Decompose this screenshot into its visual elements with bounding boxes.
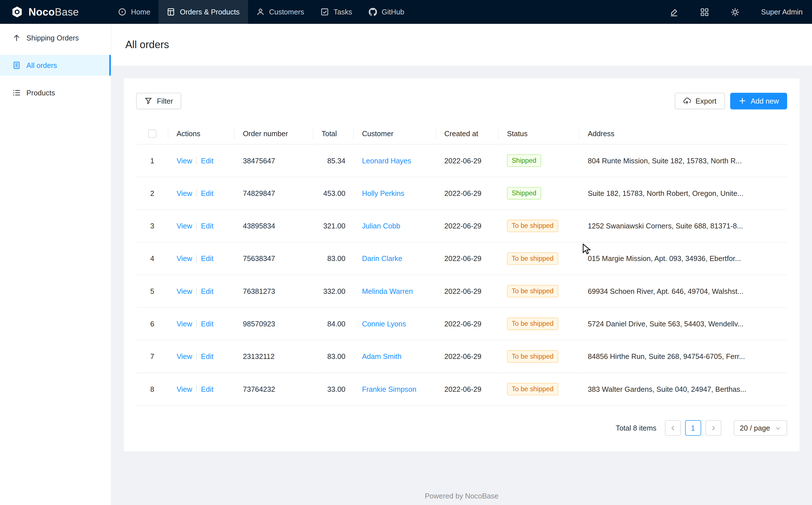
actions-cell: ViewEdit bbox=[168, 210, 235, 242]
topbar-actions: Super Admin bbox=[669, 8, 812, 16]
table-header-row: Actions Order number Total Customer Crea… bbox=[136, 123, 787, 145]
highlighter-icon[interactable] bbox=[669, 8, 678, 16]
edit-link[interactable]: Edit bbox=[201, 255, 213, 263]
select-all-checkbox[interactable] bbox=[148, 130, 156, 138]
view-link[interactable]: View bbox=[177, 255, 192, 263]
column-header-total: Total bbox=[313, 123, 354, 145]
status-tag: Shipped bbox=[507, 155, 541, 167]
sidebar-item-shipping-orders[interactable]: Shipping Orders bbox=[0, 27, 111, 48]
page-size-select[interactable]: 20 / page bbox=[734, 420, 787, 436]
orders-table: Actions Order number Total Customer Crea… bbox=[136, 123, 787, 406]
total-cell: 321.00 bbox=[313, 210, 354, 242]
order-number-cell: 74829847 bbox=[235, 177, 313, 210]
edit-link[interactable]: Edit bbox=[201, 189, 213, 198]
total-cell: 33.00 bbox=[313, 373, 354, 405]
nav-home[interactable]: Home bbox=[110, 0, 159, 24]
view-link[interactable]: View bbox=[177, 157, 192, 165]
nav-customers[interactable]: Customers bbox=[248, 0, 312, 24]
customer-cell: Leonard Hayes bbox=[354, 144, 436, 177]
total-cell: 84.00 bbox=[313, 308, 354, 340]
address-cell: 69934 Schoen River, Apt. 646, 49704, Wal… bbox=[579, 275, 787, 308]
app-viewport: NocoBase Home Orders & Products Customer… bbox=[0, 0, 812, 505]
created-at-cell: 2022-06-29 bbox=[436, 340, 499, 373]
row-index: 3 bbox=[136, 210, 168, 242]
order-number-cell: 73764232 bbox=[235, 373, 313, 405]
status-tag: To be shipped bbox=[507, 252, 558, 265]
customer-link[interactable]: Leonard Hayes bbox=[362, 157, 411, 165]
edit-link[interactable]: Edit bbox=[201, 385, 213, 393]
actions-cell: ViewEdit bbox=[168, 242, 235, 275]
total-cell: 83.00 bbox=[313, 340, 354, 373]
order-number-cell: 98570923 bbox=[235, 308, 313, 340]
edit-link[interactable]: Edit bbox=[201, 352, 213, 361]
nocobase-logo-icon bbox=[10, 6, 24, 18]
customer-link[interactable]: Holly Perkins bbox=[362, 189, 404, 198]
filter-button[interactable]: Filter bbox=[136, 93, 181, 110]
action-separator bbox=[196, 385, 197, 393]
created-at-cell: 2022-06-29 bbox=[436, 144, 499, 177]
export-button[interactable]: Export bbox=[675, 93, 725, 110]
edit-link[interactable]: Edit bbox=[201, 222, 213, 230]
action-separator bbox=[196, 157, 197, 164]
nav-label: Home bbox=[131, 8, 150, 16]
action-separator bbox=[196, 255, 197, 263]
edit-link[interactable]: Edit bbox=[201, 320, 213, 328]
table-toolbar: Filter Export Add new bbox=[136, 93, 787, 110]
powered-by-footer: Powered by NocoBase bbox=[123, 492, 800, 505]
created-at-cell: 2022-06-29 bbox=[436, 177, 499, 210]
row-index: 5 bbox=[136, 275, 168, 308]
created-at-cell: 2022-06-29 bbox=[436, 242, 499, 275]
customer-link[interactable]: Connie Lyons bbox=[362, 320, 406, 328]
nav-orders-products[interactable]: Orders & Products bbox=[159, 0, 248, 24]
status-cell: To be shipped bbox=[499, 275, 580, 308]
customer-cell: Julian Cobb bbox=[354, 210, 436, 242]
nav-github[interactable]: GitHub bbox=[360, 0, 413, 24]
customer-link[interactable]: Julian Cobb bbox=[362, 222, 400, 230]
sidebar-item-label: All orders bbox=[26, 61, 57, 69]
edit-link[interactable]: Edit bbox=[201, 157, 213, 165]
brand[interactable]: NocoBase bbox=[0, 0, 110, 24]
pagination-total: Total 8 items bbox=[616, 424, 656, 432]
address-cell: Suite 182, 15783, North Robert, Oregon, … bbox=[579, 177, 787, 210]
customer-link[interactable]: Frankie Simpson bbox=[362, 385, 416, 393]
column-header-actions: Actions bbox=[168, 123, 235, 145]
nav-tasks[interactable]: Tasks bbox=[312, 0, 360, 24]
actions-cell: ViewEdit bbox=[168, 177, 235, 210]
column-header-customer: Customer bbox=[354, 123, 436, 145]
view-link[interactable]: View bbox=[177, 352, 192, 361]
view-link[interactable]: View bbox=[177, 320, 192, 328]
edit-link[interactable]: Edit bbox=[201, 287, 213, 296]
order-row: 7 ViewEdit 23132112 83.00 Adam Smith 202… bbox=[136, 340, 787, 373]
plugins-grid-icon[interactable] bbox=[700, 8, 709, 16]
total-cell: 453.00 bbox=[313, 177, 354, 210]
customer-link[interactable]: Darin Clarke bbox=[362, 255, 402, 263]
sidebar-item-all-orders[interactable]: All orders bbox=[0, 55, 111, 75]
customer-link[interactable]: Melinda Warren bbox=[362, 287, 413, 296]
status-tag: To be shipped bbox=[507, 318, 558, 330]
main-area: All orders Filter bbox=[111, 24, 812, 505]
brand-name: NocoBase bbox=[29, 6, 79, 18]
status-cell: To be shipped bbox=[499, 340, 580, 373]
created-at-cell: 2022-06-29 bbox=[436, 308, 499, 340]
view-link[interactable]: View bbox=[177, 287, 192, 296]
order-number-cell: 38475647 bbox=[235, 144, 313, 177]
user-menu[interactable]: Super Admin bbox=[761, 8, 803, 16]
prev-page-button[interactable] bbox=[664, 420, 681, 436]
order-form-icon bbox=[12, 61, 21, 69]
actions-cell: ViewEdit bbox=[168, 275, 235, 308]
status-tag: Shipped bbox=[507, 187, 541, 200]
order-row: 3 ViewEdit 43895834 321.00 Julian Cobb 2… bbox=[136, 210, 787, 242]
page-number-1[interactable]: 1 bbox=[685, 420, 701, 436]
add-new-button[interactable]: Add new bbox=[730, 93, 787, 110]
sidebar-item-products[interactable]: Products bbox=[0, 82, 111, 103]
view-link[interactable]: View bbox=[177, 222, 192, 230]
github-icon bbox=[369, 8, 377, 16]
arrow-up-icon bbox=[12, 34, 21, 42]
settings-gear-icon[interactable] bbox=[731, 8, 739, 16]
customer-link[interactable]: Adam Smith bbox=[362, 352, 401, 361]
next-page-button[interactable] bbox=[705, 420, 721, 436]
orders-tbody: 1 ViewEdit 38475647 85.34 Leonard Hayes … bbox=[136, 144, 787, 405]
address-cell: 5724 Daniel Drive, Suite 563, 54403, Wen… bbox=[579, 308, 787, 340]
view-link[interactable]: View bbox=[177, 189, 192, 198]
view-link[interactable]: View bbox=[177, 385, 192, 393]
